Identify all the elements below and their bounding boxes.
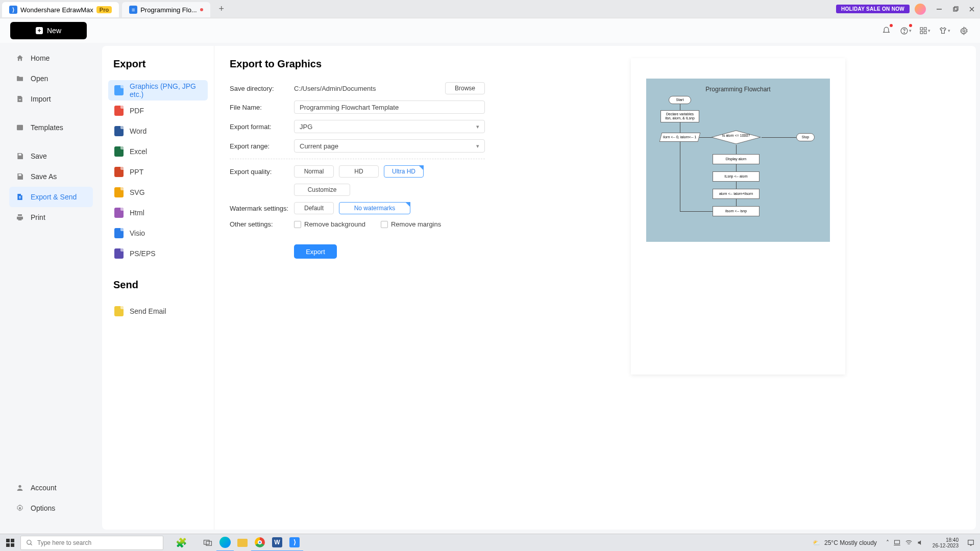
taskbar-explorer[interactable] <box>234 534 251 552</box>
file-icon <box>114 248 124 259</box>
sidebar-item-home[interactable]: Home <box>9 48 93 68</box>
sidebar-item-saveas[interactable]: Save As <box>9 166 93 187</box>
tab-document[interactable]: ≡ Programming Flo... <box>122 2 210 17</box>
tray-onedrive-icon[interactable] <box>893 539 901 546</box>
export-item-ppt[interactable]: PPT <box>108 162 208 182</box>
remove-margins-checkbox[interactable]: Remove margins <box>381 220 441 228</box>
fc-decision: Is alorn <= 1000? <box>722 134 750 137</box>
export-title: Export <box>113 58 203 70</box>
file-icon <box>114 208 124 218</box>
shirt-icon[interactable]: ▾ <box>938 24 950 37</box>
weather-text[interactable]: 25°C Mostly cloudy <box>824 539 877 546</box>
label: PS/EPS <box>130 249 156 258</box>
taskbar-widget[interactable]: 🧩 <box>163 534 199 552</box>
new-button[interactable]: + New <box>10 22 87 39</box>
sidebar-item-export[interactable]: Export & Send <box>9 187 93 207</box>
sidebar-item-options[interactable]: Options <box>9 498 93 518</box>
fc-p1: Display alorn <box>713 154 760 164</box>
sidebar-item-templates[interactable]: Templates <box>9 117 93 138</box>
settings-title: Export to Graphics <box>230 58 485 70</box>
sidebar-item-import[interactable]: Import <box>9 89 93 109</box>
save-dir-label: Save directory: <box>230 85 294 92</box>
svg-rect-19 <box>11 543 14 547</box>
range-select[interactable]: Current page <box>294 139 485 153</box>
sidebar-item-open[interactable]: Open <box>9 68 93 89</box>
quality-ultrahd[interactable]: Ultra HD <box>384 165 424 178</box>
watermark-default[interactable]: Default <box>294 202 334 214</box>
taskbar-search[interactable]: Type here to search <box>20 536 163 550</box>
checkbox-icon <box>381 221 388 228</box>
checkbox-icon <box>294 221 301 228</box>
quality-normal[interactable]: Normal <box>294 165 334 178</box>
start-button[interactable] <box>0 534 20 552</box>
watermark-none[interactable]: No watermarks <box>339 202 410 214</box>
folder-icon <box>15 74 24 83</box>
browse-button[interactable]: Browse <box>445 82 485 94</box>
sidebar-item-save[interactable]: Save <box>9 146 93 166</box>
svg-point-11 <box>963 30 965 32</box>
export-item-visio[interactable]: Visio <box>108 223 208 243</box>
tab-app[interactable]: ⟩ Wondershare EdrawMax Pro <box>2 2 119 17</box>
export-item-word[interactable]: Word <box>108 121 208 141</box>
svg-line-21 <box>31 543 32 545</box>
label: Save As <box>31 172 57 181</box>
tray-notification-icon[interactable] <box>967 539 975 547</box>
account-icon <box>15 483 24 492</box>
export-button[interactable]: Export <box>294 244 337 259</box>
label: Home <box>31 54 50 62</box>
weather-icon[interactable]: ⛅ <box>813 539 820 546</box>
file-icon <box>114 126 124 136</box>
svg-rect-17 <box>11 539 14 542</box>
export-item-graphics[interactable]: Graphics (PNG, JPG etc.) <box>108 80 208 101</box>
new-tab-button[interactable]: + <box>214 2 229 16</box>
minimize-button[interactable] <box>931 1 947 17</box>
taskbar-edge[interactable] <box>216 534 234 552</box>
format-select[interactable]: JPG <box>294 120 485 133</box>
export-item-sendemail[interactable]: Send Email <box>108 301 208 321</box>
export-item-pdf[interactable]: PDF <box>108 101 208 121</box>
cb-label: Remove margins <box>391 220 441 228</box>
save-dir-value: C:/Users/Admin/Documents <box>294 85 440 92</box>
export-item-pseps[interactable]: PS/EPS <box>108 243 208 264</box>
notification-icon[interactable] <box>880 24 892 37</box>
print-icon <box>15 213 24 222</box>
content: Export Graphics (PNG, JPG etc.) PDF Word… <box>102 46 976 530</box>
close-button[interactable] <box>964 1 980 17</box>
taskbar-chrome[interactable] <box>251 534 268 552</box>
export-item-excel[interactable]: Excel <box>108 141 208 162</box>
svg-point-6 <box>903 32 904 33</box>
home-icon <box>15 54 24 63</box>
settings-icon[interactable] <box>958 24 970 37</box>
templates-icon <box>15 123 24 132</box>
promo-banner[interactable]: HOLIDAY SALE ON NOW <box>836 5 910 13</box>
file-icon <box>114 85 124 95</box>
sidebar-item-print[interactable]: Print <box>9 207 93 228</box>
svg-rect-8 <box>924 28 926 30</box>
svg-marker-15 <box>712 131 761 144</box>
fc-stop: Stop <box>796 133 815 141</box>
tray-wifi-icon[interactable] <box>905 539 913 546</box>
watermark-label: Watermark settings: <box>230 205 294 212</box>
clock[interactable]: 18:40 26-12-2023 <box>928 537 963 548</box>
quality-hd[interactable]: HD <box>339 165 379 178</box>
taskbar-word[interactable]: W <box>268 534 286 552</box>
filename-input[interactable] <box>294 101 485 114</box>
toolbar: + New ▾ ▾ ▾ <box>0 18 980 43</box>
label: Word <box>130 127 146 135</box>
saveas-icon <box>15 172 24 181</box>
maximize-button[interactable] <box>947 1 964 17</box>
apps-icon[interactable]: ▾ <box>919 24 931 37</box>
avatar[interactable] <box>915 4 926 15</box>
taskbar-taskview[interactable] <box>199 534 216 552</box>
help-icon[interactable]: ▾ <box>899 24 912 37</box>
export-item-svg[interactable]: SVG <box>108 182 208 203</box>
customize-button[interactable]: Customize <box>294 184 350 196</box>
tray-chevron-icon[interactable]: ˄ <box>886 539 889 546</box>
export-nav: Export Graphics (PNG, JPG etc.) PDF Word… <box>102 46 214 530</box>
taskbar-edrawmax[interactable]: ⟩ <box>286 534 303 552</box>
tray-volume-icon[interactable] <box>917 539 924 546</box>
export-item-html[interactable]: Html <box>108 203 208 223</box>
sidebar-item-account[interactable]: Account <box>9 478 93 498</box>
file-icon <box>114 228 124 238</box>
remove-background-checkbox[interactable]: Remove background <box>294 220 365 228</box>
